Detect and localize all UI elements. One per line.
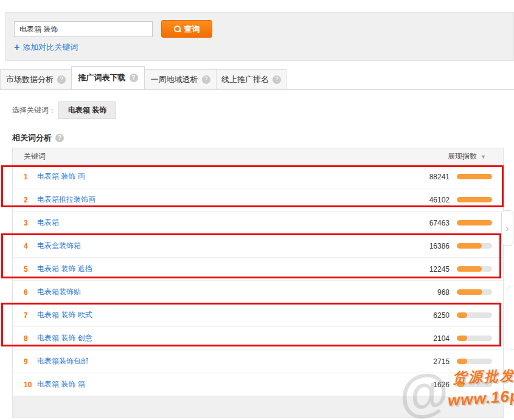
index-bar	[457, 359, 492, 364]
table-body: 1电表箱 装饰 画882412电表箱推拉装饰画461023电表箱674634电表…	[13, 165, 503, 396]
impression-index-value: 2715	[413, 357, 450, 366]
search-icon	[174, 26, 181, 32]
row-rank: 7	[24, 311, 37, 320]
help-icon[interactable]: ?	[130, 74, 138, 82]
keyword-select-label: 选择关键词：	[12, 105, 56, 115]
index-bar-fill	[457, 382, 464, 387]
index-bar	[457, 382, 492, 387]
keyword-link[interactable]: 电表箱 装饰 遮挡	[37, 264, 92, 274]
index-bar-fill	[457, 359, 467, 364]
keyword-link[interactable]: 电表箱推拉装饰画	[37, 195, 96, 205]
index-bar-fill	[457, 266, 482, 272]
keyword-link[interactable]: 电表箱 装饰 画	[37, 171, 85, 182]
index-bar-fill	[457, 243, 482, 249]
keyword-link[interactable]: 电表箱装饰贴	[37, 287, 81, 297]
index-bar	[457, 243, 492, 249]
impression-index-value: 16386	[413, 242, 450, 250]
table-row: 4电表盒装饰箱16386	[13, 235, 503, 258]
index-bar	[457, 266, 492, 272]
index-bar	[457, 336, 492, 341]
help-icon[interactable]: ?	[202, 75, 210, 84]
keyword-link[interactable]: 电表箱	[37, 218, 59, 228]
impression-index-value: 67463	[413, 219, 450, 227]
index-bar	[457, 312, 492, 318]
impression-index-value: 46102	[413, 196, 450, 204]
table-header: 关键词 展现指数 ▼	[13, 148, 503, 165]
index-bar	[457, 197, 492, 202]
row-rank: 9	[24, 357, 37, 366]
table-footer	[13, 396, 503, 418]
impression-index-value: 1626	[413, 380, 450, 389]
impression-index-value: 2104	[413, 334, 450, 343]
tab-3[interactable]: 一周地域透析?	[144, 69, 217, 89]
help-icon[interactable]: ?	[57, 75, 66, 84]
table-row: 5电表箱 装饰 遮挡12245	[13, 258, 503, 281]
row-rank: 4	[24, 242, 37, 250]
index-bar	[457, 174, 492, 179]
chevron-right-icon: ›	[506, 223, 509, 233]
help-icon[interactable]: ?	[55, 134, 64, 142]
row-rank: 10	[24, 380, 37, 389]
index-bar	[457, 289, 492, 295]
page: 查询 + 添加对比关键词 市场数据分析?推广词表下载?一周地域透析?线上推广排名…	[0, 0, 514, 420]
keyword-link[interactable]: 电表盒装饰箱	[37, 241, 81, 251]
table-row: 2电表箱推拉装饰画46102	[13, 188, 503, 212]
keyword-link[interactable]: 电表箱 装饰 欧式	[37, 310, 92, 320]
index-bar-fill	[457, 220, 492, 225]
table-row: 8电表箱 装饰 创意2104	[13, 327, 503, 350]
index-bar-fill	[457, 312, 467, 318]
sort-desc-icon[interactable]: ▼	[481, 154, 486, 160]
index-bar-fill	[457, 289, 482, 295]
add-compare-keyword-label: 添加对比关键词	[23, 42, 78, 53]
table-row: 10电表箱 装饰 箱1626	[13, 373, 503, 396]
row-rank: 5	[24, 265, 37, 274]
related-words-section-title: 相关词分析 ?	[12, 133, 64, 143]
tab-2[interactable]: 推广词表下载?	[71, 66, 145, 89]
related-words-table: 关键词 展现指数 ▼ 1电表箱 装饰 画882412电表箱推拉装饰画461023…	[12, 148, 504, 418]
keyword-link[interactable]: 电表箱 装饰 箱	[37, 379, 85, 390]
impression-index-value: 968	[413, 288, 450, 297]
expand-panel-handle[interactable]: ›	[501, 210, 513, 246]
plus-icon: +	[14, 43, 19, 52]
table-row: 1电表箱 装饰 画88241	[13, 165, 503, 188]
keyword-search-input[interactable]	[14, 21, 153, 37]
impression-index-value: 6250	[413, 311, 450, 320]
table-row: 7电表箱 装饰 欧式6250	[13, 304, 503, 327]
query-button-label: 查询	[184, 24, 200, 35]
row-rank: 2	[24, 196, 37, 204]
impression-index-value: 88241	[413, 173, 450, 181]
tab-label: 市场数据分析	[6, 74, 54, 85]
impression-index-value: 12245	[413, 265, 450, 274]
row-rank: 1	[24, 173, 37, 181]
tab-label: 一周地域透析	[151, 74, 198, 85]
table-row: 3电表箱67463	[13, 212, 503, 235]
row-rank: 6	[24, 288, 37, 297]
row-rank: 3	[24, 219, 37, 227]
row-rank: 8	[24, 334, 37, 343]
tab-1[interactable]: 市场数据分析?	[0, 69, 72, 89]
selected-keyword-tag[interactable]: 电表箱 装饰	[58, 102, 116, 119]
section-title-text: 相关词分析	[12, 133, 52, 143]
keyword-select-row: 选择关键词： 电表箱 装饰	[12, 102, 116, 118]
tab-label: 推广词表下载	[78, 72, 126, 83]
table-row: 6电表箱装饰贴968	[13, 281, 503, 304]
column-header-keyword: 关键词	[13, 151, 46, 162]
search-panel: 查询 + 添加对比关键词	[5, 12, 514, 61]
table-row: 9电表箱装饰包邮2715	[13, 350, 503, 373]
index-bar	[457, 220, 492, 225]
keyword-link[interactable]: 电表箱 装饰 创意	[37, 333, 92, 343]
query-button[interactable]: 查询	[161, 20, 212, 38]
index-bar-fill	[457, 174, 492, 179]
add-compare-keyword-link[interactable]: + 添加对比关键词	[14, 42, 78, 53]
tab-4[interactable]: 线上推广排名?	[216, 69, 287, 89]
index-bar-fill	[457, 197, 492, 202]
keyword-link[interactable]: 电表箱装饰包邮	[37, 356, 88, 367]
column-header-impression-index[interactable]: 展现指数 ▼	[448, 151, 503, 162]
side-panel-fragment	[507, 286, 514, 350]
tab-bar: 市场数据分析?推广词表下载?一周地域透析?线上推广排名?	[0, 67, 514, 90]
help-icon[interactable]: ?	[273, 75, 281, 84]
tab-label: 线上推广排名	[221, 74, 269, 85]
index-bar-fill	[457, 336, 467, 341]
